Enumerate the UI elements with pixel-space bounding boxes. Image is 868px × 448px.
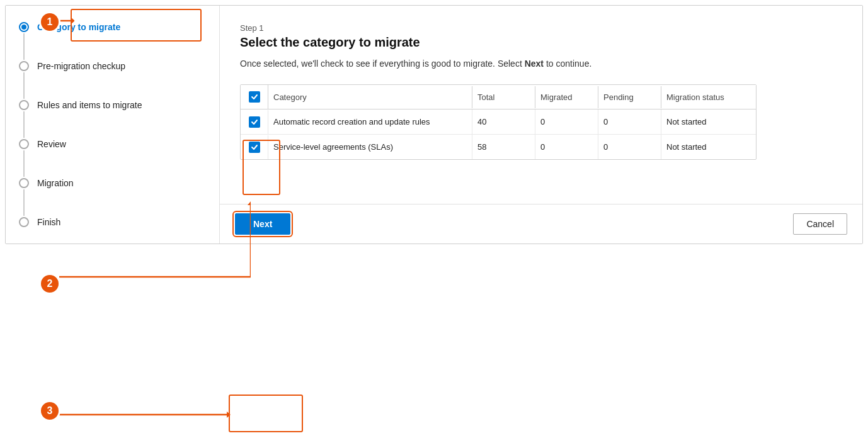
row2-pending: 0 [598,135,661,159]
migrate-table: Category Total Migrated Pending Migratio… [240,84,757,160]
next-button[interactable]: Next [235,213,290,235]
sidebar-item-label-4: Review [37,138,66,168]
sidebar-item-label-1: Category to migrate [37,21,120,51]
step-number: Step 1 [240,23,842,33]
row2-status: Not started [661,135,756,159]
cancel-button[interactable]: Cancel [793,213,847,235]
row1-migrated: 0 [535,109,598,134]
footer-bar: Next Cancel [220,204,862,244]
sidebar-item-migration[interactable]: Migration [18,177,207,216]
row2-category: Service-level agreements (SLAs) [268,135,472,159]
arrow-3 [58,411,231,420]
sidebar-item-label-2: Pre-migration checkup [37,60,125,90]
header-migrated: Migrated [535,86,598,108]
sidebar: Category to migrate Pre-migration checku… [6,6,220,244]
step-title: Select the category to migrate [240,35,842,50]
header-checkbox[interactable] [249,91,260,103]
description-text-2: to continue. [544,59,591,69]
row1-pending: 0 [598,109,661,134]
header-category: Category [268,86,472,108]
table-row: Automatic record creation and update rul… [241,109,756,135]
step-circle-5 [19,178,29,188]
step-circle-4 [19,139,29,149]
row1-status: Not started [661,109,756,134]
step-circle-1 [19,22,29,32]
step-line-4 [23,150,25,177]
table-header: Category Total Migrated Pending Migratio… [241,85,756,109]
step-line-5 [23,189,25,216]
header-checkbox-cell [241,85,268,109]
row1-checkbox[interactable] [249,116,260,128]
sidebar-item-finish[interactable]: Finish [18,216,207,228]
sidebar-item-pre-migration[interactable]: Pre-migration checkup [18,60,207,99]
step-list: Category to migrate Pre-migration checku… [18,21,207,228]
step-circle-2 [19,61,29,71]
row1-total: 40 [472,109,535,134]
row2-total: 58 [472,135,535,159]
callout-badge-3: 3 [39,400,60,422]
row2-checkbox-cell [241,135,268,159]
header-status: Migration status [661,86,756,108]
step-line-2 [23,72,25,99]
sidebar-item-review[interactable]: Review [18,138,207,177]
svg-marker-4 [227,412,231,418]
step-line-3 [23,111,25,138]
row2-migrated: 0 [535,135,598,159]
step-circle-3 [19,100,29,110]
sidebar-item-category-to-migrate[interactable]: Category to migrate [18,21,207,60]
sidebar-item-rules-and-items[interactable]: Rules and items to migrate [18,99,207,138]
description-text-1: Once selected, we'll check to see if eve… [240,59,525,69]
header-total: Total [472,86,535,108]
row1-checkbox-cell [241,110,268,134]
row2-checkbox[interactable] [249,142,260,153]
highlight-box-3 [229,395,303,432]
header-pending: Pending [598,86,661,108]
step-line-1 [23,33,25,60]
sidebar-item-label-6: Finish [37,216,60,228]
sidebar-item-label-3: Rules and items to migrate [37,99,142,129]
step-circle-6 [19,217,29,227]
step-description: Once selected, we'll check to see if eve… [240,57,842,70]
description-bold: Next [525,59,544,69]
row1-category: Automatic record creation and update rul… [268,109,472,134]
table-row: Service-level agreements (SLAs) 58 0 0 N… [241,135,756,159]
callout-badge-2: 2 [39,273,60,294]
sidebar-item-label-5: Migration [37,177,74,207]
content-area: Step 1 Select the category to migrate On… [220,6,862,204]
